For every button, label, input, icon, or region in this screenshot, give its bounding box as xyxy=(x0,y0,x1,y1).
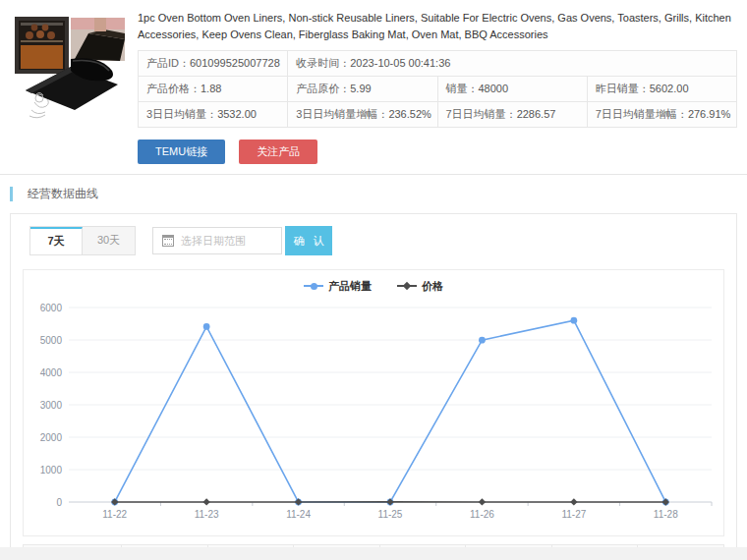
section-header: 经营数据曲线 xyxy=(0,175,747,213)
info-7d-avg-sales: 7日日均销量：2286.57 xyxy=(437,102,587,128)
price-legend-marker-icon xyxy=(397,285,417,287)
product-image xyxy=(10,8,128,124)
page: 1pc Oven Bottom Oven Liners, Non-stick R… xyxy=(0,0,747,547)
range-tabs: 7天 30天 xyxy=(29,226,136,255)
chart-controls: 7天 30天 选择日期范围 确 认 xyxy=(23,226,724,255)
svg-text:11-28: 11-28 xyxy=(654,509,678,520)
svg-text:3000: 3000 xyxy=(40,400,63,411)
info-record-time: 收录时间：2023-10-05 00:41:36 xyxy=(288,51,737,77)
tab-7-days[interactable]: 7天 xyxy=(30,227,83,254)
table-corner-cell: 名称时间 xyxy=(24,545,122,547)
legend-price-label: 价格 xyxy=(422,279,443,294)
info-price: 产品价格：1.88 xyxy=(139,77,288,102)
date-range-input[interactable]: 选择日期范围 xyxy=(152,227,282,254)
info-3d-avg-sales: 3日日均销量：3532.00 xyxy=(139,102,288,128)
svg-text:6000: 6000 xyxy=(40,303,63,313)
follow-product-button[interactable]: 关注产品 xyxy=(239,140,317,164)
svg-text:11-26: 11-26 xyxy=(470,509,494,520)
table-date-header: 11-23 xyxy=(207,545,294,547)
chart-box: 产品销量 价格 010002000300040005000600011-2211… xyxy=(23,269,724,536)
temu-link-button[interactable]: TEMU链接 xyxy=(138,140,225,164)
confirm-button[interactable]: 确 认 xyxy=(285,226,332,255)
svg-text:1000: 1000 xyxy=(40,465,63,476)
info-sales: 销量：48000 xyxy=(437,77,587,102)
product-summary: 1pc Oven Bottom Oven Liners, Non-stick R… xyxy=(0,0,747,164)
chart-legend: 产品销量 价格 xyxy=(24,276,723,296)
product-title: 1pc Oven Bottom Oven Liners, Non-stick R… xyxy=(138,10,737,43)
data-curve-panel: 7天 30天 选择日期范围 确 认 产品销量 价格 0100020003000 xyxy=(10,213,737,547)
daily-data-table: 名称时间11-2211-2311-2411-2511-2611-2711-28产… xyxy=(23,544,724,547)
table-date-header: 11-25 xyxy=(379,545,466,547)
info-original-price: 产品原价：5.99 xyxy=(288,77,437,102)
svg-text:11-27: 11-27 xyxy=(561,509,586,520)
section-accent-bar xyxy=(10,187,13,201)
svg-text:2000: 2000 xyxy=(40,432,63,443)
info-yesterday-sales: 昨日销量：5602.00 xyxy=(587,77,736,102)
table-date-header: 11-28 xyxy=(638,545,724,547)
info-7d-avg-growth: 7日日均销量增幅：276.91% xyxy=(587,102,736,128)
svg-text:11-25: 11-25 xyxy=(378,509,403,520)
svg-text:11-22: 11-22 xyxy=(102,509,127,520)
table-date-header: 11-24 xyxy=(294,545,380,547)
section-title: 经营数据曲线 xyxy=(28,186,98,202)
svg-text:0: 0 xyxy=(56,497,62,508)
table-date-header: 11-26 xyxy=(466,545,552,547)
svg-text:5000: 5000 xyxy=(40,335,63,346)
tab-30-days[interactable]: 30天 xyxy=(83,227,135,254)
info-3d-avg-growth: 3日日均销量增幅：236.52% xyxy=(288,102,437,128)
sales-legend-marker-icon xyxy=(304,285,323,287)
chart-svg: 010002000300040005000600011-2211-2311-24… xyxy=(24,296,723,530)
table-date-header: 11-22 xyxy=(122,545,208,547)
svg-text:11-23: 11-23 xyxy=(195,509,219,520)
date-range-placeholder: 选择日期范围 xyxy=(181,234,246,249)
product-photo-collage xyxy=(10,8,128,124)
svg-text:11-24: 11-24 xyxy=(286,509,311,520)
sales-price-line-chart: 010002000300040005000600011-2211-2311-24… xyxy=(24,296,723,533)
legend-sales-label: 产品销量 xyxy=(328,279,372,294)
table-header-row: 名称时间11-2211-2311-2411-2511-2611-2711-28 xyxy=(24,545,724,547)
svg-text:4000: 4000 xyxy=(40,367,63,378)
legend-item-price[interactable]: 价格 xyxy=(397,279,443,294)
product-info-table: 产品ID：601099525007728 收录时间：2023-10-05 00:… xyxy=(138,50,737,128)
info-product-id: 产品ID：601099525007728 xyxy=(139,51,288,77)
table-date-header: 11-27 xyxy=(551,545,638,547)
legend-item-sales[interactable]: 产品销量 xyxy=(304,279,372,294)
calendar-icon xyxy=(162,235,174,247)
